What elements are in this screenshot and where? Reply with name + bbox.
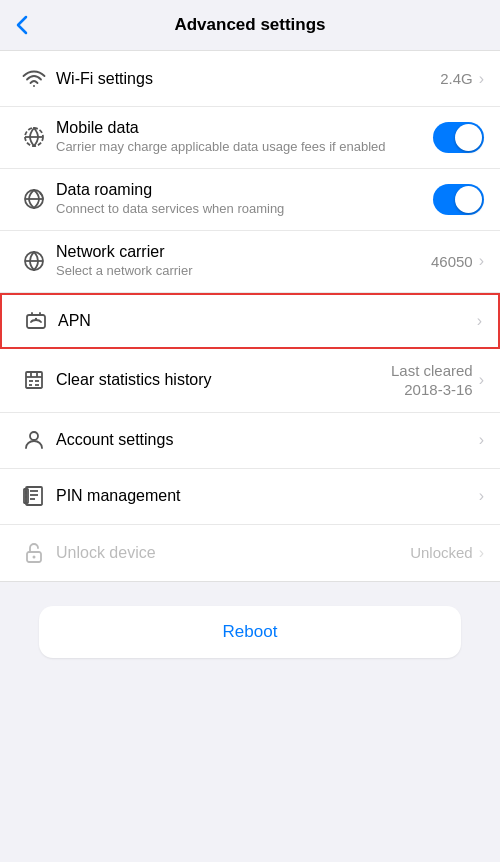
network-carrier-right: 46050 › <box>431 252 484 270</box>
unlock-device-content: Unlock device <box>56 544 402 562</box>
reboot-button[interactable]: Reboot <box>39 606 460 658</box>
apn-item[interactable]: APN › <box>0 293 500 349</box>
wifi-icon <box>16 67 52 91</box>
account-settings-content: Account settings <box>56 431 471 449</box>
mobile-data-toggle-knob <box>455 124 482 151</box>
account-settings-title: Account settings <box>56 431 471 449</box>
network-carrier-chevron-icon: › <box>479 252 484 270</box>
svg-point-5 <box>35 317 37 319</box>
apn-icon <box>18 309 54 333</box>
network-carrier-subtitle: Select a network carrier <box>56 263 423 280</box>
apn-right: › <box>477 312 482 330</box>
mobile-data-item[interactable]: Mobile data Carrier may charge applicabl… <box>0 107 500 169</box>
pin-management-title: PIN management <box>56 487 471 505</box>
network-carrier-title: Network carrier <box>56 243 423 261</box>
network-carrier-value: 46050 <box>431 253 473 270</box>
data-roaming-subtitle: Connect to data services when roaming <box>56 201 425 218</box>
pin-management-right: › <box>479 487 484 505</box>
clear-stats-title: Clear statistics history <box>56 371 383 389</box>
mobile-data-toggle[interactable] <box>433 122 484 153</box>
unlock-icon <box>16 541 52 565</box>
mobile-data-icon <box>16 125 52 149</box>
svg-point-7 <box>30 432 38 440</box>
wifi-settings-title: Wi-Fi settings <box>56 70 432 88</box>
network-carrier-content: Network carrier Select a network carrier <box>56 243 423 280</box>
clear-stats-icon <box>16 368 52 392</box>
clear-stats-content: Clear statistics history <box>56 371 383 389</box>
wifi-settings-item[interactable]: Wi-Fi settings 2.4G › <box>0 51 500 107</box>
page-title: Advanced settings <box>174 15 325 35</box>
data-roaming-right[interactable] <box>433 184 484 215</box>
pin-management-item[interactable]: PIN management › <box>0 469 500 525</box>
data-roaming-toggle-knob <box>455 186 482 213</box>
data-roaming-toggle[interactable] <box>433 184 484 215</box>
unlock-device-title: Unlock device <box>56 544 402 562</box>
wifi-chevron-icon: › <box>479 70 484 88</box>
apn-chevron-icon: › <box>477 312 482 330</box>
network-carrier-item[interactable]: Network carrier Select a network carrier… <box>0 231 500 293</box>
apn-content: APN <box>58 312 469 330</box>
account-settings-item[interactable]: Account settings › <box>0 413 500 469</box>
svg-point-0 <box>33 85 35 87</box>
mobile-data-right[interactable] <box>433 122 484 153</box>
clear-stats-item[interactable]: Clear statistics history Last cleared201… <box>0 349 500 413</box>
svg-rect-4 <box>27 315 45 328</box>
apn-title: APN <box>58 312 469 330</box>
svg-point-11 <box>33 555 36 558</box>
settings-list: Wi-Fi settings 2.4G › Mobile data Carrie… <box>0 50 500 582</box>
clear-stats-chevron-icon: › <box>479 371 484 389</box>
account-settings-right: › <box>479 431 484 449</box>
clear-stats-right: Last cleared2018-3-16 › <box>391 361 484 400</box>
pin-management-content: PIN management <box>56 487 471 505</box>
page-header: Advanced settings <box>0 0 500 50</box>
wifi-settings-value: 2.4G <box>440 70 473 87</box>
pin-chevron-icon: › <box>479 487 484 505</box>
mobile-data-title: Mobile data <box>56 119 425 137</box>
data-roaming-item[interactable]: Data roaming Connect to data services wh… <box>0 169 500 231</box>
account-icon <box>16 428 52 452</box>
network-carrier-icon <box>16 249 52 273</box>
data-roaming-icon <box>16 187 52 211</box>
unlock-device-value: Unlocked <box>410 544 473 561</box>
mobile-data-content: Mobile data Carrier may charge applicabl… <box>56 119 425 156</box>
unlock-device-right: Unlocked › <box>410 544 484 562</box>
unlock-device-item[interactable]: Unlock device Unlocked › <box>0 525 500 581</box>
clear-stats-value: Last cleared2018-3-16 <box>391 361 473 400</box>
pin-icon <box>16 484 52 508</box>
unlock-chevron-icon: › <box>479 544 484 562</box>
wifi-settings-right: 2.4G › <box>440 70 484 88</box>
wifi-settings-content: Wi-Fi settings <box>56 70 432 88</box>
data-roaming-content: Data roaming Connect to data services wh… <box>56 181 425 218</box>
svg-rect-6 <box>26 372 42 388</box>
back-button[interactable] <box>16 15 28 35</box>
reboot-container: Reboot <box>0 582 500 674</box>
account-chevron-icon: › <box>479 431 484 449</box>
data-roaming-title: Data roaming <box>56 181 425 199</box>
mobile-data-subtitle: Carrier may charge applicable data usage… <box>56 139 425 156</box>
